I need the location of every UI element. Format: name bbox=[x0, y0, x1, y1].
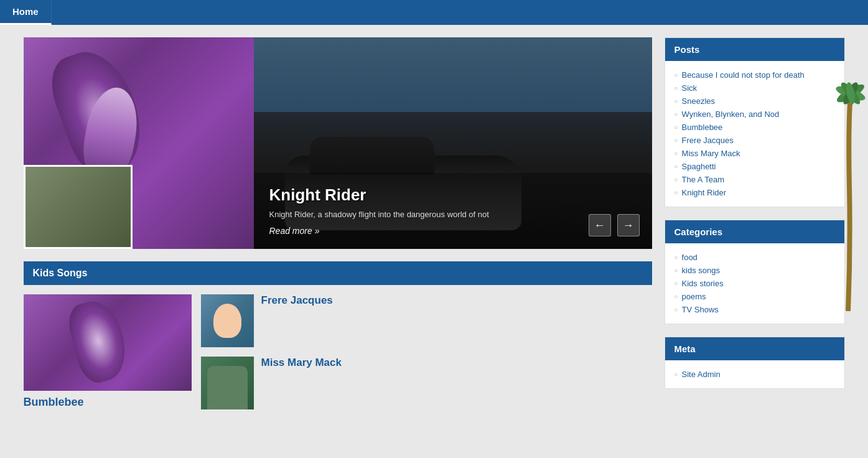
list-item: Sick bbox=[674, 82, 835, 95]
posts-list: Frere Jacques Miss Mary Mack bbox=[201, 294, 652, 419]
categories-widget: Categories food kids songs Kids stories … bbox=[665, 220, 845, 324]
category-link[interactable]: kids songs bbox=[682, 266, 720, 275]
post-title-frere: Frere Jacques bbox=[261, 294, 333, 307]
post-link[interactable]: Wynken, Blynken, and Nod bbox=[682, 110, 780, 119]
post-link[interactable]: The A Team bbox=[682, 175, 724, 184]
list-item: Frere Jacques bbox=[674, 134, 835, 147]
category-link[interactable]: poems bbox=[682, 292, 706, 301]
featured-post: Bumblebee bbox=[24, 294, 192, 419]
hero-title: Knight Rider bbox=[269, 185, 637, 205]
list-item: Site Admin bbox=[674, 368, 835, 381]
list-item: Knight Rider bbox=[674, 186, 835, 199]
categories-widget-body: food kids songs Kids stories poems TV Sh… bbox=[665, 243, 844, 324]
list-item: poems bbox=[674, 290, 835, 303]
categories-list: food kids songs Kids stories poems TV Sh… bbox=[674, 251, 835, 316]
list-item: Frere Jacques bbox=[201, 294, 652, 347]
posts-widget-body: Because I could not stop for death Sick … bbox=[665, 61, 844, 207]
list-item: Kids stories bbox=[674, 277, 835, 290]
meta-link[interactable]: Site Admin bbox=[682, 370, 721, 379]
meta-widget-header: Meta bbox=[665, 337, 844, 360]
list-item: Wynken, Blynken, and Nod bbox=[674, 108, 835, 121]
post-thumbnail-frere bbox=[201, 294, 254, 347]
list-item: food bbox=[674, 251, 835, 264]
list-item: kids songs bbox=[674, 264, 835, 277]
list-item: Spaghetti bbox=[674, 160, 835, 173]
hero-slider: Knight Rider Knight Rider, a shadowy fli… bbox=[24, 37, 652, 249]
post-link[interactable]: Because I could not stop for death bbox=[682, 70, 805, 80]
posts-grid: Bumblebee Frere Jacques bbox=[24, 294, 652, 419]
hero-readmore-link[interactable]: Read more bbox=[269, 226, 320, 236]
kids-songs-section: Kids Songs Bumblebee Frere Jacques bbox=[24, 261, 652, 419]
posts-widget-header: Posts bbox=[665, 38, 844, 61]
list-item: Bumblebee bbox=[674, 121, 835, 134]
list-item: Because I could not stop for death bbox=[674, 68, 835, 82]
post-link[interactable]: Sneezles bbox=[682, 96, 715, 106]
hero-thumbnail bbox=[24, 165, 133, 249]
hero-overlay: Knight Rider Knight Rider, a shadowy fli… bbox=[254, 173, 652, 249]
nav-home[interactable]: Home bbox=[0, 0, 52, 25]
post-link[interactable]: Sick bbox=[682, 83, 698, 93]
meta-list: Site Admin bbox=[674, 368, 835, 381]
sidebar: Posts Because I could not stop for death… bbox=[665, 37, 845, 419]
category-link[interactable]: Kids stories bbox=[682, 279, 724, 288]
hero-description: Knight Rider, a shadowy flight into the … bbox=[269, 210, 637, 219]
category-link[interactable]: TV Shows bbox=[682, 305, 719, 314]
list-item: The A Team bbox=[674, 173, 835, 186]
hero-navigation: ← → bbox=[589, 214, 640, 236]
post-link[interactable]: Frere Jacques bbox=[682, 136, 734, 145]
post-link[interactable]: Bumblebee bbox=[682, 123, 723, 132]
meta-widget: Meta Site Admin bbox=[665, 337, 845, 389]
top-navigation: Home bbox=[0, 0, 868, 25]
hero-next-button[interactable]: → bbox=[617, 214, 640, 236]
post-link[interactable]: Spaghetti bbox=[682, 162, 716, 171]
list-item: Sneezles bbox=[674, 95, 835, 108]
meta-widget-body: Site Admin bbox=[665, 360, 844, 388]
hero-main-panel: Knight Rider Knight Rider, a shadowy fli… bbox=[254, 37, 652, 249]
category-link[interactable]: food bbox=[682, 253, 698, 262]
post-thumbnail-mary bbox=[201, 357, 254, 409]
featured-post-image bbox=[24, 294, 192, 391]
posts-list-sidebar: Because I could not stop for death Sick … bbox=[674, 68, 835, 199]
posts-widget: Posts Because I could not stop for death… bbox=[665, 37, 845, 207]
hero-prev-button[interactable]: ← bbox=[589, 214, 611, 236]
featured-post-title: Bumblebee bbox=[24, 396, 192, 409]
post-link[interactable]: Knight Rider bbox=[682, 188, 727, 197]
post-link[interactable]: Miss Mary Mack bbox=[682, 149, 740, 158]
categories-widget-header: Categories bbox=[665, 220, 844, 243]
list-item: Miss Mary Mack bbox=[674, 147, 835, 160]
list-item: Miss Mary Mack bbox=[201, 357, 652, 409]
hero-left-panel bbox=[24, 37, 254, 249]
main-content: Knight Rider Knight Rider, a shadowy fli… bbox=[24, 37, 652, 419]
post-title-mary: Miss Mary Mack bbox=[261, 357, 342, 369]
list-item: TV Shows bbox=[674, 303, 835, 316]
section-header: Kids Songs bbox=[24, 261, 652, 285]
